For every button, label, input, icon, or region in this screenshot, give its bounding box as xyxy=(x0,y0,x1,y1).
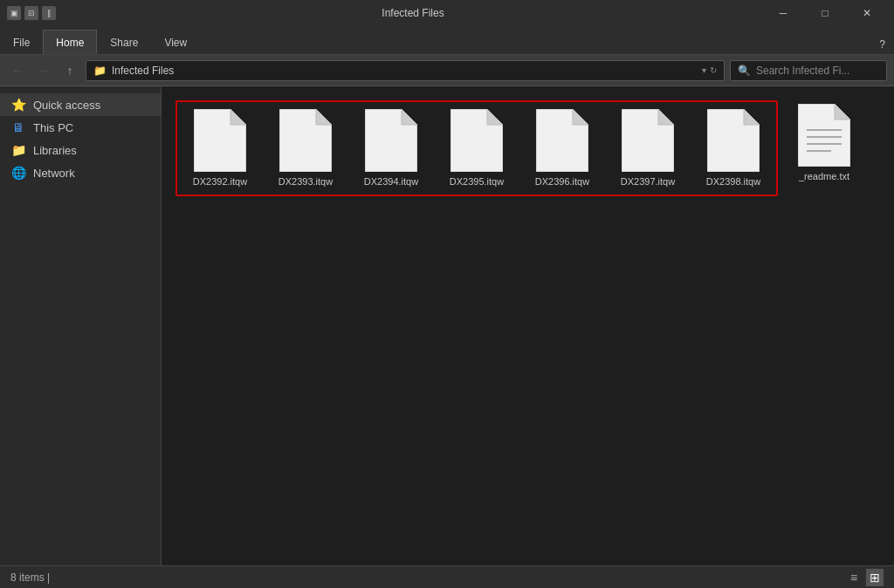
maximize-button[interactable]: □ xyxy=(805,0,845,26)
svg-marker-11 xyxy=(658,109,674,125)
svg-marker-3 xyxy=(316,109,332,125)
tab-file[interactable]: File xyxy=(0,30,43,54)
selection-group: DX2392.itqw DX2393.itqw xyxy=(175,100,778,196)
tab-share[interactable]: Share xyxy=(97,30,151,54)
list-item[interactable]: DX2392.itqw xyxy=(181,106,259,191)
ribbon: File Home Share View ? xyxy=(0,26,894,55)
file-icon xyxy=(536,109,588,172)
details-view-button[interactable]: ≡ xyxy=(845,569,863,586)
separator: | xyxy=(47,571,50,584)
list-item[interactable]: DX2394.itqw xyxy=(352,106,430,191)
network-icon: 🌐 xyxy=(10,166,26,180)
app-icon-1: ▣ xyxy=(7,6,21,20)
sidebar-item-label: This PC xyxy=(33,121,73,134)
sidebar: ⭐ Quick access 🖥 This PC 📁 Libraries 🌐 N… xyxy=(0,86,162,565)
svg-marker-13 xyxy=(744,109,760,125)
file-name: DX2396.itqw xyxy=(535,175,589,188)
address-text: Infected Files xyxy=(112,65,174,77)
titlebar-app-icons: ▣ ⊟ ∥ xyxy=(7,6,56,20)
list-item[interactable]: DX2398.itqw xyxy=(694,106,773,191)
address-bar[interactable]: 📁 Infected Files ▾ ↻ xyxy=(86,60,725,81)
file-name: DX2394.itqw xyxy=(364,175,418,188)
app-icon-2: ⊟ xyxy=(24,6,38,20)
ribbon-tabs: File Home Share View ? xyxy=(0,26,894,54)
list-item[interactable]: DX2395.itqw xyxy=(437,106,516,191)
back-button[interactable]: ← xyxy=(7,60,28,81)
file-name: DX2392.itqw xyxy=(193,175,247,188)
list-item[interactable]: DX2393.itqw xyxy=(266,106,345,191)
app-icon-3: ∥ xyxy=(42,6,56,20)
file-name: DX2395.itqw xyxy=(450,175,504,188)
star-icon: ⭐ xyxy=(10,98,26,112)
file-icon xyxy=(194,109,246,172)
statusbar: 8 items | ≡ ⊞ xyxy=(0,565,894,588)
content-area: DX2392.itqw DX2393.itqw xyxy=(162,86,894,565)
item-count: 8 items | xyxy=(10,571,50,584)
file-icon xyxy=(279,109,332,172)
sidebar-item-this-pc[interactable]: 🖥 This PC xyxy=(0,116,161,139)
list-item[interactable]: DX2396.itqw xyxy=(523,106,602,191)
list-item[interactable]: _readme.txt xyxy=(785,100,863,196)
file-grid: DX2392.itqw DX2393.itqw xyxy=(175,100,880,196)
svg-marker-1 xyxy=(230,109,246,125)
up-button[interactable]: ↑ xyxy=(59,60,80,81)
statusbar-right: ≡ ⊞ xyxy=(845,569,884,586)
tab-view[interactable]: View xyxy=(151,30,200,54)
file-name: DX2393.itqw xyxy=(279,175,333,188)
sidebar-item-network[interactable]: 🌐 Network xyxy=(0,161,161,184)
window-controls: ─ □ ✕ xyxy=(763,0,887,26)
svg-marker-5 xyxy=(402,109,417,125)
file-name: DX2398.itqw xyxy=(706,175,760,188)
refresh-icon[interactable]: ↻ xyxy=(710,65,717,75)
item-count-text: 8 items xyxy=(10,571,45,584)
sidebar-item-label: Network xyxy=(33,167,75,180)
main-area: ⭐ Quick access 🖥 This PC 📁 Libraries 🌐 N… xyxy=(0,86,894,565)
address-chevron: ▾ ↻ xyxy=(702,65,717,75)
window-title: Infected Files xyxy=(63,7,763,19)
libraries-icon: 📁 xyxy=(10,143,26,157)
sidebar-item-label: Quick access xyxy=(33,99,100,112)
file-name: _readme.txt xyxy=(799,170,849,182)
minimize-button[interactable]: ─ xyxy=(763,0,803,26)
folder-icon: 📁 xyxy=(93,65,107,77)
navbar: ← → ↑ 📁 Infected Files ▾ ↻ 🔍 Search Infe… xyxy=(0,55,894,86)
help-button[interactable]: ? xyxy=(870,35,894,54)
file-icon xyxy=(707,109,760,172)
sidebar-item-libraries[interactable]: 📁 Libraries xyxy=(0,139,161,161)
titlebar: ▣ ⊟ ∥ Infected Files ─ □ ✕ xyxy=(0,0,894,26)
svg-marker-7 xyxy=(487,109,503,125)
file-name: DX2397.itqw xyxy=(621,175,675,188)
file-icon-txt xyxy=(798,104,850,167)
tab-home[interactable]: Home xyxy=(43,30,97,54)
svg-marker-9 xyxy=(573,109,588,125)
dropdown-icon: ▾ xyxy=(702,65,706,75)
forward-button[interactable]: → xyxy=(33,60,54,81)
file-icon xyxy=(622,109,674,172)
pc-icon: 🖥 xyxy=(10,120,26,134)
sidebar-item-label: Libraries xyxy=(33,144,77,157)
sidebar-item-quick-access[interactable]: ⭐ Quick access xyxy=(0,93,161,116)
search-bar[interactable]: 🔍 Search Infected Fi... xyxy=(730,60,887,81)
list-item[interactable]: DX2397.itqw xyxy=(609,106,687,191)
file-icon xyxy=(365,109,417,172)
close-button[interactable]: ✕ xyxy=(847,0,887,26)
search-placeholder: Search Infected Fi... xyxy=(756,65,849,77)
search-icon: 🔍 xyxy=(738,65,751,77)
file-icon xyxy=(450,109,503,172)
icon-view-button[interactable]: ⊞ xyxy=(866,569,884,586)
svg-marker-15 xyxy=(835,104,850,120)
